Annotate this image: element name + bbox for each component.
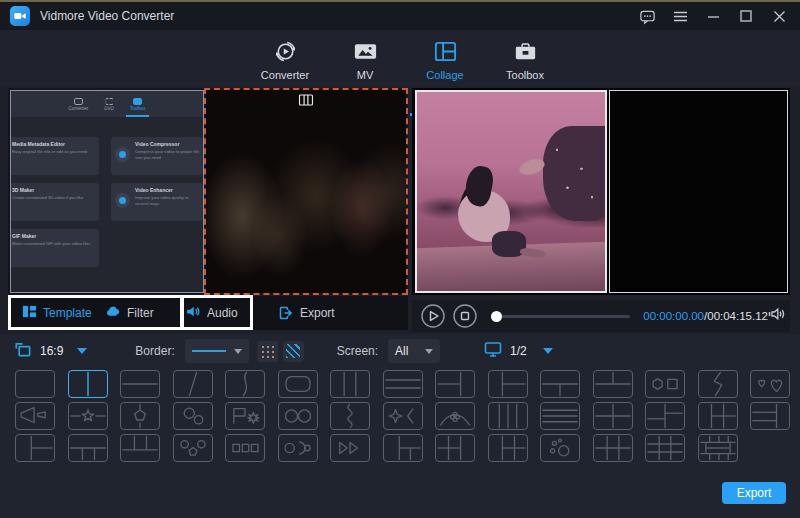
mini-screenshot-body: Media Metadata EditorEasy original file … xyxy=(11,117,203,292)
output-preview xyxy=(412,88,790,295)
template-two-circles-offset[interactable] xyxy=(173,402,213,430)
collage-cell-app-screenshot[interactable]: ConverterDVDToolbox Media Metadata Edito… xyxy=(10,90,204,293)
tab-export[interactable]: Export xyxy=(277,296,335,330)
template-circle-pentagon-circle[interactable] xyxy=(173,434,213,462)
template-megaphone-shapes[interactable] xyxy=(15,402,55,430)
template-single[interactable] xyxy=(15,370,55,398)
screen-select[interactable]: All xyxy=(388,339,440,363)
current-time: 00:00:00.00 xyxy=(643,310,704,322)
template-top-two-bottom-full[interactable] xyxy=(593,370,633,398)
aspect-ratio-value: 16:9 xyxy=(40,344,63,358)
template-puzzle-curve[interactable] xyxy=(330,402,370,430)
collage-cell-photo-selected[interactable] xyxy=(204,88,408,295)
tab-toolbox[interactable]: Toolbox xyxy=(490,36,560,81)
template-top-three-bottom-full[interactable] xyxy=(120,434,160,462)
film-strip-icon xyxy=(299,92,314,110)
page-dropdown-arrow[interactable] xyxy=(543,348,553,354)
template-pentagon-band[interactable] xyxy=(120,402,160,430)
tab-audio[interactable]: Audio xyxy=(185,296,238,330)
total-time: 00:04:15.12 xyxy=(707,310,768,322)
aspect-ratio-icon xyxy=(13,340,32,363)
menu-icon[interactable] xyxy=(671,7,689,25)
tab-collage[interactable]: Collage xyxy=(410,36,480,81)
template-curve-split[interactable] xyxy=(225,370,265,398)
tab-label: Audio xyxy=(207,306,238,320)
template-left-column-right-rows-b[interactable] xyxy=(15,434,55,462)
template-icon xyxy=(22,304,37,323)
template-grid-mixed[interactable] xyxy=(698,402,738,430)
template-three-rows[interactable] xyxy=(383,370,423,398)
elephant-cloth xyxy=(543,126,607,221)
mv-icon xyxy=(330,36,400,66)
player-bar: 00:00:00.00/00:04:15.12 xyxy=(412,300,790,332)
feedback-icon[interactable] xyxy=(638,7,656,25)
tab-mv[interactable]: MV xyxy=(330,36,400,81)
mini-card-icon xyxy=(115,193,130,208)
export-button[interactable]: Export xyxy=(722,482,786,504)
template-grid-mixed-b[interactable] xyxy=(383,434,423,462)
stop-icon[interactable] xyxy=(452,303,478,329)
template-flag-starburst[interactable] xyxy=(225,402,265,430)
collage-toolbar-tabs: TemplateFilterAudio Export xyxy=(8,296,408,330)
template-split-left-column-right-rows[interactable] xyxy=(488,370,528,398)
template-left-rows-right-column-b[interactable] xyxy=(750,402,790,430)
seek-slider[interactable] xyxy=(492,315,630,318)
tab-converter[interactable]: Converter xyxy=(250,36,320,81)
template-top-full-bottom-two[interactable] xyxy=(540,370,580,398)
template-two-triangles[interactable] xyxy=(330,434,370,462)
tab-template[interactable]: Template xyxy=(22,296,92,330)
template-bubbles[interactable] xyxy=(540,434,580,462)
border-style-stripes-icon[interactable] xyxy=(283,341,304,362)
mini-card-icon xyxy=(115,147,130,162)
volume-icon[interactable] xyxy=(768,306,786,326)
nav-label: Collage xyxy=(410,69,480,81)
template-zigzag-split[interactable] xyxy=(698,370,738,398)
export-tab-label: Export xyxy=(300,306,335,320)
template-two-hearts[interactable] xyxy=(750,370,790,398)
template-grid-2x2[interactable] xyxy=(593,402,633,430)
template-top-full-bottom-three[interactable] xyxy=(68,434,108,462)
template-grid-3x3[interactable] xyxy=(645,434,685,462)
filter-icon xyxy=(105,304,121,323)
template-four-rows[interactable] xyxy=(540,402,580,430)
template-two-columns[interactable] xyxy=(68,370,108,398)
template-grid xyxy=(0,368,800,518)
mini-card: Media Metadata EditorEasy original file … xyxy=(10,137,99,175)
mini-card: Video CompressorCompress your video to p… xyxy=(111,137,203,175)
template-circle-shapes[interactable] xyxy=(278,434,318,462)
collage-settings-toolbar: 16:9 Border: Screen: All 1/2 xyxy=(0,334,800,368)
template-brick-grid[interactable] xyxy=(698,434,738,462)
template-left-column-grid-2x2[interactable] xyxy=(488,434,528,462)
template-grid-2x2-right-column[interactable] xyxy=(435,434,475,462)
close-icon[interactable] xyxy=(770,7,788,25)
mini-tab-toolbox: Toolbox xyxy=(130,98,146,111)
dark-movie-still xyxy=(206,90,406,293)
template-grid-3x2[interactable] xyxy=(593,434,633,462)
nav-label: MV xyxy=(330,69,400,81)
collage-icon xyxy=(410,36,480,66)
template-three-columns[interactable] xyxy=(330,370,370,398)
template-split-left-rows-right-column[interactable] xyxy=(435,370,475,398)
template-star-band[interactable] xyxy=(68,402,108,430)
border-style-dots-icon[interactable] xyxy=(257,341,278,362)
nav-label: Converter xyxy=(250,69,320,81)
minimize-icon[interactable] xyxy=(704,7,722,25)
template-two-circles[interactable] xyxy=(278,402,318,430)
template-hexagon-square[interactable] xyxy=(645,370,685,398)
seek-slider-thumb[interactable] xyxy=(491,311,502,322)
template-two-rows[interactable] xyxy=(120,370,160,398)
template-three-squares[interactable] xyxy=(225,434,265,462)
nav-label: Toolbox xyxy=(490,69,560,81)
template-diagonal-split[interactable] xyxy=(173,370,213,398)
tab-filter[interactable]: Filter xyxy=(105,296,154,330)
template-four-columns[interactable] xyxy=(488,402,528,430)
template-star-bracket[interactable] xyxy=(383,402,423,430)
maximize-icon[interactable] xyxy=(737,7,755,25)
aspect-ratio-dropdown-arrow[interactable] xyxy=(77,348,87,354)
template-arch-clover[interactable] xyxy=(435,402,475,430)
screen-label: Screen: xyxy=(337,344,378,358)
border-style-select[interactable] xyxy=(185,339,249,363)
template-rounded-inset[interactable] xyxy=(278,370,318,398)
play-icon[interactable] xyxy=(420,303,446,329)
template-grid-2x2-offset[interactable] xyxy=(645,402,685,430)
